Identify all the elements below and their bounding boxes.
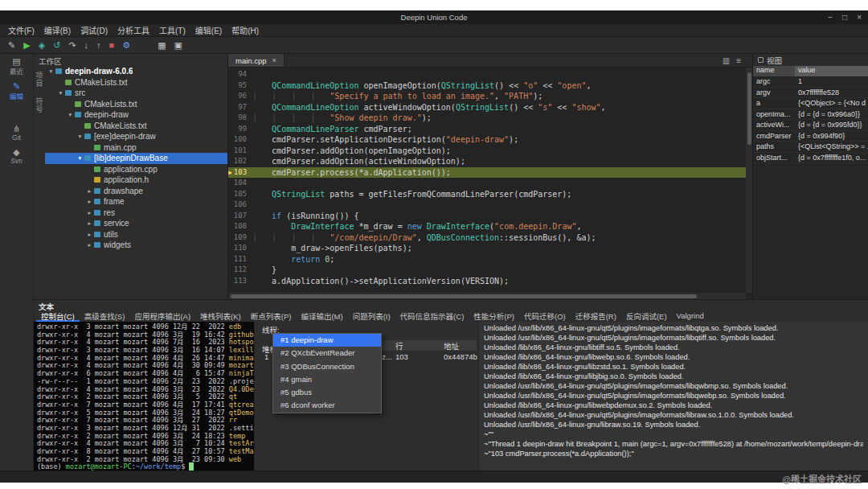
tab-main-cpp[interactable]: main.cpp × [228,54,285,67]
tree-item[interactable]: ▸res [45,208,227,219]
tree-item[interactable]: ▸utils [45,229,227,240]
gutter-103[interactable]: ▶103 [228,167,252,179]
gutter-109[interactable]: 109 [228,232,252,244]
gutter-107[interactable]: 107 [228,211,252,222]
debug-icon[interactable]: ◈ [39,41,45,50]
edit-mode-icon[interactable]: ✎ [8,41,15,50]
thread-item-4[interactable]: #4 gmain [273,373,381,386]
tree-item[interactable]: application.h [45,175,227,186]
tree-item[interactable]: ▸service [45,218,227,229]
menu-item-5[interactable]: 编辑(E) [190,24,227,36]
tree-item[interactable]: application.cpp [45,164,227,175]
step-into-icon[interactable]: ↓ [84,41,89,50]
rail-item-git[interactable]: ⋔Git [12,124,21,142]
expander-icon[interactable]: ▾ [47,68,55,75]
gutter-99[interactable]: 99 [228,124,252,135]
maximize-button[interactable]: □ [842,13,847,22]
tree-item[interactable]: ▾deepin-draw [45,109,227,121]
run-icon[interactable]: ▶ [23,41,30,50]
variable-row[interactable]: objStart...{d = 0x7fffffffe1f0, o... [753,153,868,164]
workspace-vtab-0[interactable]: 项目 [35,72,45,88]
variable-row[interactable]: activeWi...{d = {d = 0x995fd0}} [753,120,868,131]
gutter-104[interactable]: 104 [228,178,252,189]
expander-icon[interactable]: ▸ [86,241,93,249]
menu-item-3[interactable]: 分析工具 [113,24,154,36]
horizontal-scrollbar-thumb[interactable] [231,294,697,298]
tree-item[interactable]: CMakeLists.txt [45,99,227,110]
bottom-tab-1[interactable]: 高级查找(S) [80,310,130,322]
bottom-tab-7[interactable]: 代码信息指示器(C) [395,310,469,322]
gutter-98[interactable]: 98 [228,113,252,124]
thread-item-6[interactable]: #6 dconf worker [273,399,381,412]
bottom-tab-3[interactable]: 堆栈列表(K) [195,310,246,322]
bottom-tab-0[interactable]: 控制台(C) [36,310,80,322]
expander-icon[interactable]: ▸ [86,231,93,238]
gutter-96[interactable]: 96 [228,91,252,102]
tree-item[interactable]: ▾src [45,88,227,99]
variable-row[interactable]: openIma...{d = {d = 0x996a0}} [753,109,868,121]
stop-icon[interactable]: ■ [109,41,115,50]
gutter-97[interactable]: 97 [228,102,252,113]
tree-item[interactable]: ▾[exe]deepin-draw [45,131,227,142]
expander-icon[interactable]: ▾ [76,133,84,140]
expander-icon[interactable]: ▾ [76,154,84,162]
gutter-94[interactable]: 94 [228,69,252,80]
gutter-111[interactable]: 111 [228,254,252,265]
gutter-108[interactable]: 108 [228,221,252,232]
close-button[interactable]: × [857,13,862,22]
variable-row[interactable]: cmdParser{d = 0x994f90} [753,131,868,142]
menu-item-0[interactable]: 文件(F) [3,24,39,36]
gutter-105[interactable]: 105 [228,189,252,200]
terminal[interactable]: drwxr-xr-x 3 mozart mozart 4096 12月 22 2… [34,322,254,471]
gutter-95[interactable]: 95 [228,80,252,92]
gutter-102[interactable]: 102 [228,156,252,167]
bottom-tab-4[interactable]: 断点列表(P) [246,310,297,322]
gutter-110[interactable]: 110 [228,243,252,254]
vertical-scrollbar[interactable] [746,68,752,293]
column-name[interactable]: name [753,66,795,76]
menu-item-1[interactable]: 编译(B) [39,24,76,36]
column-address[interactable]: 地址 [444,340,459,351]
screen-capture-icon[interactable]: ▣ [174,41,182,50]
editor-menu-icon[interactable]: ≡ [736,56,741,65]
rail-item-recent[interactable]: ▤最近 [10,56,23,76]
step-over-icon[interactable]: ↷ [68,41,76,50]
menu-item-6[interactable]: 帮助(H) [227,24,264,36]
variable-row[interactable]: argv0x7fffffffe528 [753,88,868,99]
settings-gear-icon[interactable]: ⚙ [122,41,130,50]
variable-row[interactable]: argc1 [753,76,868,88]
step-out-icon[interactable]: ↑ [96,41,101,50]
expander-icon[interactable]: ▸ [86,209,93,216]
bottom-tab-10[interactable]: 迁移报告(R) [571,310,621,322]
thread-item-2[interactable]: #2 QXcbEventReader [273,347,381,360]
column-value[interactable]: value [795,66,868,76]
tree-item[interactable]: main.cpp [45,142,227,154]
minimize-button[interactable]: − [828,13,833,22]
restart-icon[interactable]: ↺ [53,41,60,50]
variable-row[interactable]: paths{<QList<QString>> = ... [753,142,868,153]
tree-item[interactable]: ▾deepin-draw-6.0.6 [45,66,227,77]
gutter-100[interactable]: 100 [228,134,252,146]
thread-item-1[interactable]: #1 deepin-draw [273,334,381,347]
column-line[interactable]: 行 [395,340,403,351]
bottom-tab-8[interactable]: 性能分析(P) [469,310,519,322]
thread-item-3[interactable]: #3 QDBusConnection [273,360,381,373]
workspace-vtab-1[interactable]: 符号 [35,97,45,113]
horizontal-scrollbar[interactable] [228,293,746,299]
rail-item-edit[interactable]: ✎编辑 [10,81,23,101]
menu-item-2[interactable]: 调试(D) [76,24,113,36]
bottom-tab-9[interactable]: 代码迁移(O) [519,310,571,322]
expander-icon[interactable]: ▸ [86,198,93,205]
variable-row[interactable]: a{<QObject> = {<No d [753,98,868,109]
expander-icon[interactable]: ▾ [67,111,74,118]
gutter-106[interactable]: 106 [228,199,252,211]
expander-icon[interactable]: ▸ [86,220,93,227]
bottom-tab-6[interactable]: 问题列表(I) [348,310,395,322]
rail-item-svn[interactable]: ◆Svn [10,147,23,165]
bottom-tab-12[interactable]: Valgrind [672,310,709,322]
bottom-tab-11[interactable]: 反向调试(E) [621,310,672,322]
code-area[interactable]: 9495 QCommandLineOption openImageOption(… [228,68,752,293]
expander-icon[interactable]: ▸ [86,187,93,195]
tree-item[interactable]: ▸drawshape [45,186,227,197]
vertical-scrollbar-thumb[interactable] [747,72,751,145]
